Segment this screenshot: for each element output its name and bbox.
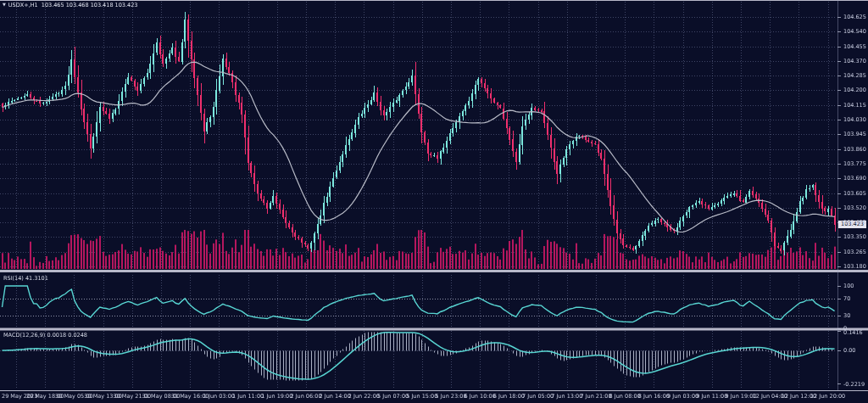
price-tick-label: 103.860 [843,147,866,153]
price-tick-label: 103.605 [843,191,866,197]
price-tick-label: 103.520 [843,205,866,211]
rsi-indicator-label: RSI(14) 41.3101 [3,275,48,282]
price-tick-label: 104.370 [843,59,866,64]
price-tick-label: 104.540 [843,29,866,35]
price-tick-label: 104.285 [843,73,866,79]
macd-indicator-label: MACD(12,26,9) 0.0018 0.0248 [3,332,87,339]
time-tick-label: 7 Jun 13:00 [551,394,582,400]
price-tick-label: 103.775 [843,161,866,167]
chart-window: ▼USDX+,H1103.465 103.468 103.418 103.423… [0,0,868,403]
time-tick-label: 8 Jun 16:00 [638,394,670,400]
time-tick-label: 8 Jun 08:00 [609,394,641,400]
time-tick-label: 9 Jun 03:00 [667,394,698,400]
macd-tick-label: -0.2219 [843,382,865,388]
chart-dropdown-icon[interactable]: ▼ [3,1,6,8]
rsi-tick-label: 70 [843,296,850,302]
price-chart-canvas[interactable] [0,0,868,403]
time-tick-label: 5 Jun 07:00 [377,394,409,400]
time-tick-label: 2 Jun 22:00 [348,394,380,400]
price-tick-label: 104.115 [843,103,866,109]
time-tick-label: 6 Jun 10:00 [465,394,496,400]
time-tick-label: 7 Jun 21:00 [580,394,611,400]
price-tick-label: 104.030 [843,117,866,123]
time-tick-label: 1 Jun 11:00 [232,394,264,400]
ohlc-readout: 103.465 103.468 103.418 103.423 [42,2,138,8]
time-tick-label: 9 Jun 11:00 [696,394,727,400]
time-tick-label: 7 Jun 05:00 [522,394,554,400]
price-tick-label: 103.435 [843,220,866,226]
symbol-timeframe: USDX+,H1 [8,2,38,8]
price-tick-label: 103.690 [843,176,866,182]
symbol-info-bar[interactable]: ▼USDX+,H1103.465 103.468 103.418 103.423 [3,2,141,8]
time-tick-label: 5 Jun 23:00 [435,394,466,400]
time-tick-label: 6 Jun 18:00 [493,394,525,400]
price-tick-label: 103.350 [843,234,866,240]
time-tick-label: 2 Jun 06:00 [290,394,321,400]
price-tick-label: 103.265 [843,249,866,255]
time-tick-label: 2 Jun 14:00 [320,394,351,400]
time-tick-label: 1 Jun 19:00 [261,394,292,400]
macd-tick-label: 0.1416 [843,330,863,336]
rsi-tick-label: 30 [843,313,850,319]
time-tick-label: 5 Jun 15:00 [406,394,437,400]
price-tick-label: 104.200 [843,87,866,93]
price-tick-label: 103.945 [843,132,866,137]
time-tick-label: 12 Jun 20:00 [810,394,845,400]
price-tick-label: 104.455 [843,44,866,50]
rsi-tick-label: 100 [843,283,854,289]
price-tick-label: 104.625 [843,14,866,20]
time-tick-label: 1 Jun 03:00 [203,394,235,400]
macd-tick-label: 0.00 [843,348,855,354]
price-tick-label: 103.180 [843,264,866,270]
